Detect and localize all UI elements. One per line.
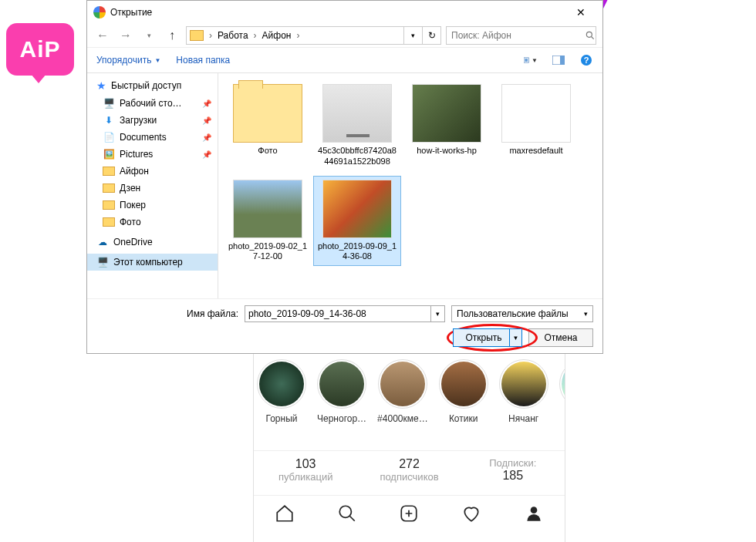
svg-text:?: ? — [584, 56, 589, 65]
home-icon[interactable] — [275, 503, 295, 527]
image-thumbnail — [233, 180, 302, 238]
breadcrumb[interactable]: Айфон — [262, 30, 292, 41]
preview-pane-icon[interactable] — [552, 54, 565, 66]
sidebar-item-folder[interactable]: Покер — [87, 197, 218, 214]
search-input[interactable]: Поиск: Айфон — [446, 26, 596, 45]
sidebar-item-folder[interactable]: Дзен — [87, 180, 218, 197]
chevron-down-icon[interactable]: ▾ — [579, 306, 592, 321]
file-item-folder[interactable]: Фото — [224, 81, 311, 170]
nav-back-icon[interactable]: ← — [93, 26, 112, 45]
svg-point-3 — [586, 32, 592, 37]
file-item[interactable]: maxresdefault — [493, 81, 579, 170]
refresh-icon[interactable]: ↻ — [422, 27, 440, 44]
address-history-icon[interactable]: ▾ — [403, 27, 422, 44]
search-icon[interactable] — [337, 503, 357, 527]
downloads-icon: ⬇ — [103, 115, 115, 126]
sidebar: ★Быстрый доступ 🖥️Рабочий сто…📌 ⬇Загрузк… — [87, 73, 218, 298]
nav-row: ← → ▾ ↑ › Работа › Айфон › ▾ ↻ Поиск: Ай… — [87, 24, 602, 47]
filename-input[interactable]: photo_2019-09-09_14-36-08▾ — [245, 305, 445, 322]
onedrive-icon: ☁ — [96, 237, 109, 247]
pin-icon: 📌 — [202, 99, 211, 108]
svg-rect-7 — [560, 56, 565, 65]
story-item[interactable]: Нячанг — [499, 359, 548, 444]
star-icon: ★ — [96, 79, 106, 92]
file-item-selected[interactable]: photo_2019-09-09_14-36-08 — [314, 177, 400, 266]
chevron-right-icon: › — [207, 30, 214, 41]
cancel-button[interactable]: Отмена — [528, 328, 593, 347]
desktop-icon: 🖥️ — [103, 98, 115, 109]
story-item[interactable]: Горный — [257, 359, 306, 444]
image-thumbnail — [322, 84, 392, 143]
add-post-icon[interactable] — [399, 503, 419, 527]
chevron-down-icon[interactable]: ▾ — [430, 306, 444, 321]
file-item[interactable]: photo_2019-09-02_17-12-00 — [224, 177, 311, 266]
sidebar-item-folder[interactable]: Фото — [87, 214, 218, 231]
nav-recent-icon[interactable]: ▾ — [140, 26, 158, 45]
folder-icon — [103, 183, 115, 193]
profile-stats: 103публикаций 272подписчиков Подписки:18… — [254, 450, 565, 495]
filetype-select[interactable]: Пользовательские файлы▾ — [451, 305, 593, 322]
sidebar-this-pc[interactable]: 🖥️Этот компьютер — [87, 254, 218, 271]
sidebar-item-documents[interactable]: 📄Documents📌 — [87, 129, 218, 146]
stat-following[interactable]: Подписки:185 — [461, 451, 565, 495]
organize-button[interactable]: Упорядочить ▼ — [96, 55, 160, 66]
close-button[interactable]: ✕ — [565, 2, 596, 23]
svg-rect-5 — [525, 59, 528, 62]
address-bar[interactable]: › Работа › Айфон › ▾ ↻ — [186, 26, 441, 45]
profile-icon[interactable] — [524, 503, 544, 527]
pin-icon: 📌 — [202, 133, 211, 142]
pin-icon: 📌 — [202, 116, 211, 125]
svg-point-2 — [530, 507, 537, 513]
help-icon[interactable]: ? — [579, 54, 593, 66]
svg-point-0 — [339, 506, 351, 517]
image-thumbnail — [501, 84, 571, 143]
window-title: Открытие — [110, 7, 565, 18]
view-mode-icon[interactable]: ▼ — [524, 54, 538, 66]
image-thumbnail — [412, 84, 481, 143]
sidebar-item-desktop[interactable]: 🖥️Рабочий сто…📌 — [87, 95, 218, 112]
sidebar-item-pictures[interactable]: 🖼️Pictures📌 — [87, 146, 218, 163]
folder-icon — [103, 217, 115, 227]
sidebar-quick-access[interactable]: ★Быстрый доступ — [87, 76, 218, 95]
stat-followers[interactable]: 272подписчиков — [357, 451, 461, 495]
folder-icon — [103, 167, 115, 176]
nav-forward-icon: → — [116, 26, 135, 45]
sidebar-onedrive[interactable]: ☁OneDrive — [87, 234, 218, 251]
stories-row: Горный Черногор… #4000кме… Котики Нячанг… — [254, 359, 565, 444]
file-item[interactable]: 45c3c0bbffc87420a844691a1522b098 — [314, 81, 400, 170]
story-item[interactable]: Котики — [439, 359, 488, 444]
sidebar-item-downloads[interactable]: ⬇Загрузки📌 — [87, 112, 218, 129]
search-placeholder: Поиск: Айфон — [451, 30, 585, 41]
folder-icon — [190, 30, 204, 41]
dialog-footer: Имя файла: photo_2019-09-09_14-36-08▾ По… — [87, 298, 602, 353]
open-button[interactable]: Открыть▼ — [453, 328, 522, 347]
file-open-dialog: Открытие ✕ ← → ▾ ↑ › Работа › Айфон › ▾ … — [86, 0, 603, 354]
stat-posts[interactable]: 103публикаций — [254, 451, 357, 495]
pin-icon: 📌 — [202, 150, 211, 159]
activity-icon[interactable] — [461, 503, 481, 527]
pictures-icon: 🖼️ — [103, 149, 115, 160]
bottom-tabbar — [254, 495, 565, 534]
story-item[interactable]: #4000кме… — [377, 359, 428, 444]
documents-icon: 📄 — [103, 132, 115, 143]
chevron-right-icon: › — [251, 30, 259, 41]
chevron-right-icon: › — [295, 30, 302, 41]
nav-up-icon[interactable]: ↑ — [163, 26, 181, 45]
folder-icon — [103, 200, 115, 210]
image-thumbnail — [322, 180, 392, 238]
chevron-down-icon[interactable]: ▼ — [509, 329, 521, 346]
breadcrumb[interactable]: Работа — [218, 30, 248, 41]
new-folder-button[interactable]: Новая папка — [176, 55, 230, 66]
search-icon — [585, 30, 596, 41]
file-item[interactable]: how-it-works-hp — [403, 81, 490, 170]
pc-icon: 🖥️ — [96, 257, 109, 268]
chrome-icon — [93, 6, 106, 19]
aip-logo: AiP — [6, 23, 74, 76]
filename-label: Имя файла: — [187, 308, 238, 319]
folder-icon — [233, 84, 302, 143]
toolbar: Упорядочить ▼ Новая папка ▼ ? — [87, 47, 602, 73]
story-item[interactable]: Са… — [559, 359, 565, 444]
file-list[interactable]: Фото 45c3c0bbffc87420a844691a1522b098 ho… — [218, 73, 602, 298]
sidebar-item-folder[interactable]: Айфон — [87, 163, 218, 180]
story-item[interactable]: Черногор… — [317, 359, 366, 444]
